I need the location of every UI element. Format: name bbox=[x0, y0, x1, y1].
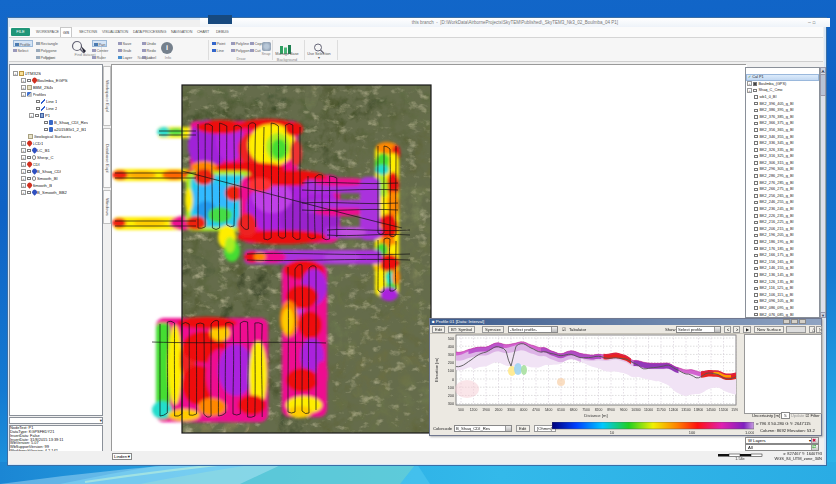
svg-text:8900: 8900 bbox=[607, 408, 615, 412]
svg-text:10: 10 bbox=[610, 430, 615, 435]
svg-text:6800: 6800 bbox=[570, 408, 578, 412]
svg-text:15200: 15200 bbox=[719, 408, 729, 412]
svg-text:8200: 8200 bbox=[595, 408, 603, 412]
svg-text:0: 0 bbox=[452, 378, 454, 382]
svg-text:11000: 11000 bbox=[644, 408, 653, 412]
svg-text:500: 500 bbox=[458, 408, 464, 412]
svg-text:10300: 10300 bbox=[631, 408, 641, 412]
svg-text:200: 200 bbox=[448, 394, 454, 398]
svg-text:100: 100 bbox=[689, 430, 696, 435]
svg-text:1.54e: 1.54e bbox=[735, 457, 745, 461]
svg-text:300: 300 bbox=[448, 402, 454, 406]
svg-text:9600: 9600 bbox=[620, 408, 628, 412]
svg-text:100: 100 bbox=[448, 369, 454, 373]
svg-text:5400: 5400 bbox=[545, 408, 553, 412]
svg-text:13100: 13100 bbox=[681, 408, 691, 412]
svg-text:200: 200 bbox=[448, 361, 454, 365]
svg-text:13800: 13800 bbox=[694, 408, 704, 412]
svg-text:2600: 2600 bbox=[495, 408, 503, 412]
svg-text:14500: 14500 bbox=[706, 408, 716, 412]
svg-text:1200: 1200 bbox=[470, 408, 478, 412]
svg-text:15900: 15900 bbox=[731, 408, 738, 412]
svg-text:400: 400 bbox=[448, 345, 454, 349]
svg-text:4700: 4700 bbox=[532, 408, 540, 412]
svg-text:Distance [m]: Distance [m] bbox=[584, 413, 607, 418]
svg-text:1,000: 1,000 bbox=[745, 430, 754, 435]
svg-text:4000: 4000 bbox=[520, 408, 528, 412]
svg-text:11700: 11700 bbox=[656, 408, 665, 412]
svg-text:100: 100 bbox=[448, 386, 454, 390]
svg-text:1900: 1900 bbox=[482, 408, 490, 412]
svg-text:300: 300 bbox=[448, 353, 454, 357]
svg-text:6100: 6100 bbox=[557, 408, 565, 412]
svg-text:7500: 7500 bbox=[582, 408, 590, 412]
svg-text:3300: 3300 bbox=[507, 408, 515, 412]
svg-text:Elevation [m]: Elevation [m] bbox=[434, 358, 439, 382]
svg-text:500: 500 bbox=[448, 337, 454, 341]
svg-text:12400: 12400 bbox=[669, 408, 679, 412]
